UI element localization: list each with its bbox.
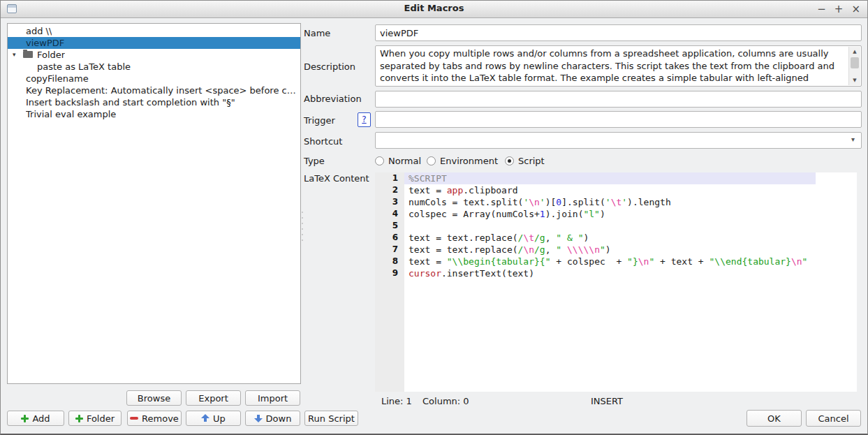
tree-item[interactable]: paste as LaTeX table: [8, 61, 300, 73]
tree-item-label: Folder: [37, 49, 65, 61]
line-number: 4: [375, 208, 404, 220]
cancel-button[interactable]: Cancel: [806, 410, 861, 427]
code-line[interactable]: text = text.replace(/\t/g, " & "): [404, 232, 857, 244]
maximize-button[interactable]: +: [834, 2, 844, 16]
remove-button[interactable]: Remove: [127, 411, 182, 426]
dialog-title: Edit Macros: [1, 3, 867, 13]
code-line[interactable]: %SCRIPT: [404, 172, 816, 184]
arrow-down-icon: [254, 414, 263, 422]
description-scrollbar[interactable]: ▲ ▼: [848, 47, 860, 85]
chevron-expanded-icon[interactable]: ▾: [8, 49, 23, 61]
down-button-label: Down: [266, 413, 292, 424]
add-button[interactable]: Add: [7, 411, 64, 426]
radio-label: Script: [518, 156, 545, 166]
tree-item-label: Insert backslash and start completion wi…: [26, 96, 235, 108]
radio-label: Environment: [440, 156, 498, 166]
splitter-handle[interactable]: [301, 212, 304, 241]
tree-item-label: paste as LaTeX table: [37, 61, 131, 73]
chevron-down-icon: ▾: [851, 135, 855, 143]
title-bar: Edit Macros − + ×: [1, 1, 867, 18]
code-line[interactable]: text = text.replace(/\n/g, " \\\\\n"): [404, 244, 857, 256]
latex-content-label: LaTeX Content: [304, 173, 369, 184]
move-down-button[interactable]: Down: [245, 411, 300, 426]
name-input[interactable]: [375, 24, 862, 41]
tree-item[interactable]: viewPDF: [8, 37, 300, 49]
cancel-button-label: Cancel: [818, 413, 848, 424]
type-radio-normal[interactable]: Normal: [375, 156, 421, 166]
edit-macros-dialog: Edit Macros − + × add \\viewPDF▾Folderpa…: [0, 0, 868, 435]
scroll-up-icon[interactable]: ▲: [849, 47, 860, 57]
description-textarea[interactable]: When you copy multiple rows and/or colum…: [375, 45, 862, 87]
name-label: Name: [304, 28, 330, 38]
line-number: 2: [375, 184, 404, 196]
ok-button-label: OK: [767, 413, 781, 424]
type-radio-environment[interactable]: Environment: [427, 156, 498, 166]
trigger-input[interactable]: [375, 111, 862, 128]
line-number: 6: [375, 232, 404, 244]
macro-list[interactable]: add \\viewPDF▾Folderpaste as LaTeX table…: [7, 23, 301, 384]
code-line[interactable]: text = app.clipboard: [404, 184, 857, 196]
arrow-up-icon: [201, 414, 209, 422]
run-script-button[interactable]: Run Script: [304, 411, 358, 426]
line-number: 1: [375, 172, 404, 184]
line-number: 9: [375, 267, 404, 279]
minimize-button[interactable]: −: [817, 2, 826, 16]
folder-button-label: Folder: [87, 413, 115, 424]
scrollbar-thumb[interactable]: [851, 57, 859, 68]
close-button[interactable]: ×: [851, 2, 860, 16]
minus-icon: [130, 417, 138, 420]
status-column: Column: 0: [422, 396, 469, 406]
line-number: 5: [375, 220, 404, 232]
code-line[interactable]: colspec = Array(numCols+1).join("l"): [404, 208, 857, 220]
line-number: 3: [375, 196, 404, 208]
code-line[interactable]: [404, 220, 857, 232]
editor-gutter: 123456789: [375, 172, 404, 392]
latex-content-editor[interactable]: 123456789 %SCRIPTtext = app.clipboardnum…: [375, 172, 857, 392]
tree-item-label: viewPDF: [26, 37, 64, 49]
add-folder-button[interactable]: Folder: [68, 411, 122, 426]
tree-item-label: Key Replacement: Automatically insert <s…: [26, 84, 296, 96]
status-line: Line: 1: [381, 396, 412, 406]
export-button[interactable]: Export: [186, 390, 241, 406]
type-radio-script[interactable]: Script: [505, 156, 545, 166]
editor-code[interactable]: %SCRIPTtext = app.clipboardnumCols = tex…: [404, 172, 857, 392]
code-line[interactable]: text = "\\begin{tabular}{" + colspec + "…: [404, 256, 857, 267]
code-line[interactable]: cursor.insertText(text): [404, 267, 857, 279]
ok-button[interactable]: OK: [746, 410, 802, 427]
tree-item[interactable]: Insert backslash and start completion wi…: [8, 96, 300, 108]
tree-item[interactable]: copyFilename: [8, 73, 300, 84]
folder-icon: [23, 51, 33, 58]
radio-label: Normal: [388, 156, 421, 166]
move-up-button[interactable]: Up: [186, 411, 241, 426]
up-button-label: Up: [213, 413, 226, 424]
radio-icon[interactable]: [427, 156, 436, 165]
trigger-help-button[interactable]: ?: [358, 112, 371, 127]
plus-icon: [21, 415, 29, 422]
radio-icon[interactable]: [375, 156, 384, 165]
description-text: When you copy multiple rows and/or colum…: [380, 47, 846, 84]
tree-item-label: add \\: [26, 25, 52, 37]
run-script-button-label: Run Script: [308, 413, 355, 424]
abbreviation-label: Abbreviation: [304, 94, 362, 104]
shortcut-combobox[interactable]: ▾: [375, 132, 862, 149]
tree-item[interactable]: Key Replacement: Automatically insert <s…: [8, 84, 300, 96]
tree-item-label: copyFilename: [26, 73, 89, 84]
code-line[interactable]: numCols = text.split('\n')[0].split('\t'…: [404, 196, 857, 208]
tree-item[interactable]: Trivial eval example: [8, 108, 300, 120]
import-button[interactable]: Import: [245, 390, 300, 406]
remove-button-label: Remove: [142, 413, 179, 424]
line-number: 7: [375, 244, 404, 256]
export-button-label: Export: [198, 393, 228, 404]
tree-item-folder[interactable]: ▾Folder: [8, 49, 300, 61]
status-insert-mode: INSERT: [591, 396, 623, 406]
radio-checked-icon[interactable]: [505, 156, 514, 165]
browse-button[interactable]: Browse: [126, 390, 182, 406]
browse-button-label: Browse: [138, 393, 170, 404]
tree-item[interactable]: add \\: [8, 25, 300, 37]
abbreviation-input[interactable]: [375, 91, 862, 108]
tree-item-label: Trivial eval example: [26, 108, 116, 120]
trigger-label: Trigger: [304, 115, 335, 126]
type-label: Type: [304, 156, 325, 166]
plus-icon: [75, 415, 83, 422]
scroll-down-icon[interactable]: ▼: [849, 75, 860, 85]
